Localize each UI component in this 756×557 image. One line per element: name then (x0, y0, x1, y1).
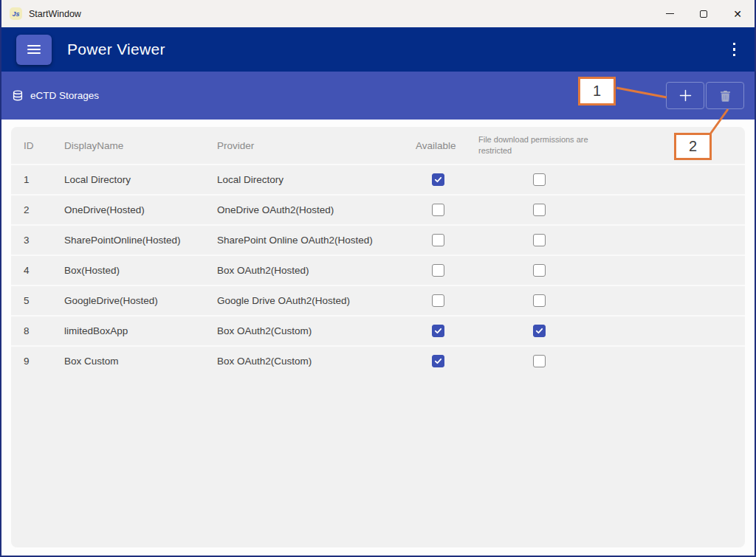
available-checkbox[interactable] (432, 325, 444, 337)
add-storage-button[interactable] (666, 82, 704, 109)
section-label: eCTD Storages (12, 90, 99, 102)
annotation-callout-2: 2 (674, 133, 712, 160)
table-header-row: ID DisplayName Provider Available File d… (11, 127, 745, 164)
app-title: Power Viewer (67, 41, 165, 58)
table-row[interactable]: 8 limitedBoxApp Box OAuth2(Custom) (11, 315, 745, 345)
minimize-button[interactable] (653, 0, 687, 27)
cell-id: 8 (24, 325, 64, 336)
cell-displayname: GoogleDrive(Hosted) (64, 295, 217, 306)
window-title: StartWindow (29, 9, 81, 19)
main-content: ID DisplayName Provider Available File d… (1, 127, 755, 557)
restricted-checkbox[interactable] (533, 204, 546, 216)
maximize-icon (700, 10, 707, 18)
table-row[interactable]: 2 OneDrive(Hosted) OneDrive OAuth2(Hoste… (11, 194, 745, 224)
table-row[interactable]: 9 Box Custom Box OAuth2(Custom) (11, 345, 745, 376)
restricted-checkbox[interactable] (533, 173, 546, 186)
cell-id: 2 (24, 204, 64, 215)
cell-provider: Google Drive OAuth2(Hosted) (217, 295, 416, 306)
close-button[interactable]: ✕ (721, 0, 755, 27)
cell-provider: Box OAuth2(Hosted) (217, 265, 416, 276)
window-controls: ✕ (653, 0, 755, 27)
storage-table: ID DisplayName Provider Available File d… (11, 127, 745, 547)
section-title: eCTD Storages (30, 90, 99, 101)
cell-displayname: Local Directory (64, 174, 217, 185)
hamburger-menu-button[interactable] (16, 35, 52, 65)
cell-provider: Box OAuth2(Custom) (217, 325, 416, 336)
cell-displayname: Box Custom (64, 356, 217, 367)
table-body: 1 Local Directory Local Directory 2 OneD… (11, 164, 745, 376)
restricted-checkbox[interactable] (533, 355, 546, 367)
cell-provider: OneDrive OAuth2(Hosted) (217, 204, 416, 215)
table-row[interactable]: 4 Box(Hosted) Box OAuth2(Hosted) (11, 255, 745, 285)
cell-provider: SharePoint Online OAuth2(Hosted) (217, 235, 416, 246)
column-header-available: Available (416, 140, 478, 151)
cell-id: 1 (24, 174, 64, 185)
cell-id: 5 (24, 295, 64, 306)
close-icon: ✕ (733, 9, 742, 19)
kebab-menu-icon (733, 43, 736, 46)
column-header-id: ID (24, 140, 64, 151)
column-header-provider: Provider (217, 140, 416, 151)
plus-icon (679, 89, 692, 102)
trash-icon (720, 90, 731, 102)
column-header-restricted: File download permissions are restricted (478, 134, 597, 156)
annotation-callout-1: 1 (578, 77, 616, 105)
minimize-icon (666, 13, 674, 14)
app-window: Js StartWindow ✕ Power Viewer (0, 0, 756, 557)
cell-id: 9 (24, 356, 64, 367)
available-checkbox[interactable] (432, 355, 444, 367)
cell-id: 4 (24, 265, 64, 276)
table-row[interactable]: 1 Local Directory Local Directory (11, 164, 745, 194)
cell-displayname: OneDrive(Hosted) (64, 204, 217, 215)
cell-displayname: Box(Hosted) (64, 265, 217, 276)
available-checkbox[interactable] (432, 204, 444, 216)
toolbar: eCTD Storages (1, 72, 755, 120)
cell-displayname: SharePointOnline(Hosted) (64, 235, 217, 246)
cell-provider: Local Directory (217, 174, 416, 185)
restricted-checkbox[interactable] (533, 264, 546, 277)
cell-provider: Box OAuth2(Custom) (217, 356, 416, 367)
cell-displayname: limitedBoxApp (64, 325, 217, 336)
available-checkbox[interactable] (432, 234, 444, 246)
app-icon: Js (10, 7, 22, 20)
available-checkbox[interactable] (432, 264, 444, 277)
restricted-checkbox[interactable] (533, 234, 546, 246)
available-checkbox[interactable] (432, 173, 444, 186)
table-row[interactable]: 5 GoogleDrive(Hosted) Google Drive OAuth… (11, 285, 745, 315)
restricted-checkbox[interactable] (533, 325, 546, 337)
overflow-menu-button[interactable] (733, 43, 736, 57)
delete-storage-button[interactable] (706, 82, 744, 109)
database-icon (12, 90, 24, 102)
toolbar-buttons (666, 82, 744, 109)
available-checkbox[interactable] (432, 294, 444, 307)
restricted-checkbox[interactable] (533, 294, 546, 307)
hamburger-icon (27, 45, 41, 46)
maximize-button[interactable] (687, 0, 721, 27)
column-header-displayname: DisplayName (64, 140, 217, 151)
titlebar: Js StartWindow ✕ (1, 0, 755, 27)
app-header: Power Viewer (1, 27, 755, 72)
cell-id: 3 (24, 235, 64, 246)
table-row[interactable]: 3 SharePointOnline(Hosted) SharePoint On… (11, 224, 745, 255)
